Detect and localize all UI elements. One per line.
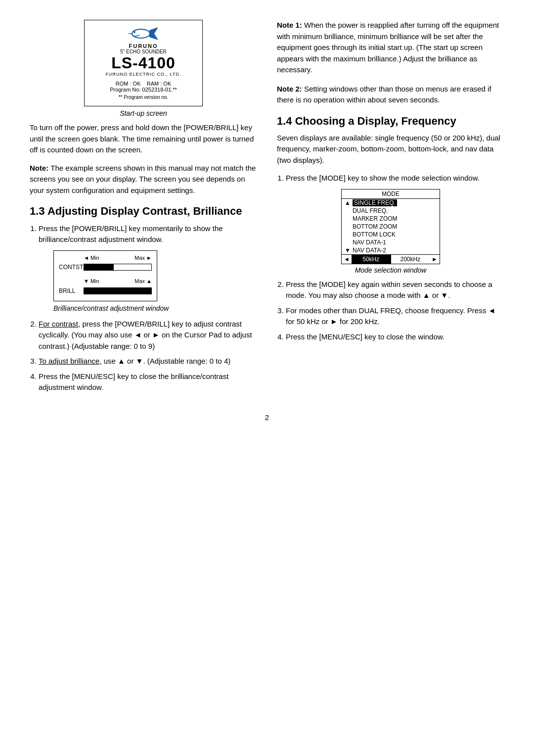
svg-point-0: [132, 29, 150, 38]
mode-arrow-down-icon: ▼: [345, 247, 351, 254]
note-1-label: Note 1:: [277, 21, 302, 29]
step-1-4-2: Press the [MODE] key again within seven …: [286, 279, 504, 301]
svg-point-2: [134, 31, 135, 33]
brill-bar-fill: [84, 288, 151, 294]
fish-logo-icon: [129, 26, 158, 41]
section-1-4-steps-2: Press the [MODE] key again within seven …: [286, 279, 504, 343]
right-column: Note 1: When the power is reapplied afte…: [277, 20, 504, 398]
program-note: ** Program version no.: [92, 94, 194, 100]
page-number: 2: [30, 413, 504, 422]
brill-row: BRILL: [59, 286, 152, 295]
contst-label: CONTST: [59, 263, 84, 272]
note-2-block: Note 2: Setting windows other than those…: [277, 84, 504, 106]
mode-item-dual-freq-label: DUAL FREQ.: [353, 207, 388, 214]
step-1-4-3: For modes other than DUAL FREQ, choose f…: [286, 305, 504, 328]
adj-footer-bot: ▼ Min Max ▲: [59, 277, 152, 285]
mode-freq-50khz: 50kHz: [352, 255, 391, 264]
svg-marker-1: [149, 27, 158, 40]
note-2-text: Setting windows other than those on menu…: [277, 85, 491, 104]
for-contrast-label: For contrast,: [39, 320, 80, 328]
section-1-4-heading: 1.4 Choosing a Display, Frequency: [277, 115, 504, 128]
mode-item-nav-data-2: ▼ NAV DATA-2: [342, 246, 440, 254]
mode-item-single-freq: ▲ SINGLE FREQ.: [342, 199, 440, 207]
mode-item-single-freq-label: SINGLE FREQ.: [353, 199, 397, 206]
rom-ram-status: ROM : OK RAM : OK: [92, 81, 194, 87]
brill-bar-outer: [84, 287, 152, 294]
to-adjust-brilliance-label: To adjust brilliance,: [39, 357, 102, 365]
company-name: FURUNO ELECTRIC CO., LTD.: [92, 72, 194, 77]
contst-bar-fill: [84, 264, 114, 270]
step-1-3-2: For contrast, press the [POWER/BRILL] ke…: [39, 319, 257, 352]
rom-status: ROM : OK: [116, 81, 141, 87]
adj-window-caption: Brilliance/contrast adjustment window: [39, 303, 257, 314]
adj-header-top: ◄ Min Max ►: [59, 254, 152, 262]
mode-freq-right-arrow-icon: ►: [430, 255, 440, 264]
brand-name: FURUNO: [92, 43, 194, 49]
step-1-3-1: Press the [POWER/BRILL] key momentarily …: [39, 223, 257, 314]
startup-body-text: To turn off the power, press and hold do…: [30, 122, 257, 156]
startup-screen-diagram: FURUNO 5" ECHO SOUNDER LS-4100 FURUNO EL…: [84, 20, 203, 106]
mode-arrow-up-icon: ▲: [345, 199, 351, 206]
mode-item-nav-data-1: ▲ NAV DATA-1: [342, 238, 440, 246]
mode-item-bottom-lock: ▲ BOTTOM LOCK: [342, 231, 440, 238]
mode-freq-left-arrow-icon: ◄: [342, 255, 352, 264]
mode-freq-200khz: 200kHz: [391, 255, 430, 264]
mode-window-caption: Mode selection window: [277, 266, 504, 274]
section-1-4-steps: Press the [MODE] key to show the mode se…: [286, 173, 504, 184]
section-1-3-heading: 1.3 Adjusting Display Contrast, Brillian…: [30, 205, 257, 218]
contst-bar: [84, 264, 152, 271]
ram-status: RAM : OK: [147, 81, 172, 87]
mode-item-dual-freq: ▲ DUAL FREQ.: [342, 207, 440, 215]
step-1-4-1: Press the [MODE] key to show the mode se…: [286, 173, 504, 184]
startup-caption: Start-up screen: [30, 109, 257, 117]
min-label-bot: ▼ Min: [84, 277, 99, 285]
mode-item-bottom-lock-label: BOTTOM LOCK: [353, 231, 396, 238]
step-1-3-4: Press the [MENU/ESC] key to close the br…: [39, 371, 257, 393]
adjustment-window-diagram: ◄ Min Max ► CONTST ▼ Min: [53, 250, 157, 301]
brill-bar: [84, 287, 152, 294]
section-1-4-intro: Seven displays are available: single fre…: [277, 133, 504, 166]
step-1-4-4: Press the [MENU/ESC] key to close the wi…: [286, 331, 504, 343]
mode-freq-row: ◄ 50kHz 200kHz ►: [342, 254, 440, 264]
section-1-3-steps: Press the [POWER/BRILL] key momentarily …: [39, 223, 257, 393]
note-screens-text: Note: The example screens shown in this …: [30, 163, 257, 196]
note-2-label: Note 2:: [277, 85, 302, 93]
step-1-3-3: To adjust brilliance, use ▲ or ▼. (Adjus…: [39, 356, 257, 367]
step-1-3-3-text: use ▲ or ▼. (Adjustable range: 0 to 4): [104, 357, 231, 365]
mode-item-marker-zoom-label: MARKER ZOOM: [353, 215, 398, 222]
left-column: FURUNO 5" ECHO SOUNDER LS-4100 FURUNO EL…: [30, 20, 257, 398]
mode-item-marker-zoom: ▲ MARKER ZOOM: [342, 215, 440, 223]
mode-item-nav-data-2-label: NAV DATA-2: [353, 247, 386, 254]
brill-label: BRILL: [59, 286, 84, 295]
min-label-top: ◄ Min: [84, 254, 99, 262]
max-label-bot: Max ▲: [134, 277, 152, 285]
mode-item-bottom-zoom-label: BOTTOM ZOOM: [353, 223, 397, 230]
note-screens-body: The example screens shown in this manual…: [30, 164, 256, 194]
mode-item-bottom-zoom: ▲ BOTTOM ZOOM: [342, 223, 440, 231]
max-label-top: Max ►: [134, 254, 152, 262]
program-number: Program No: 0252318-01.**: [92, 87, 194, 93]
contst-row: CONTST: [59, 263, 152, 272]
mode-item-nav-data-1-label: NAV DATA-1: [353, 239, 386, 246]
mode-window-title: MODE: [342, 189, 440, 199]
note-1-block: Note 1: When the power is reapplied afte…: [277, 20, 504, 76]
model-number: LS-4100: [92, 54, 194, 72]
note-1-text: When the power is reapplied after turnin…: [277, 21, 499, 74]
note-screens-label: Note:: [30, 164, 48, 172]
contst-bar-outer: [84, 264, 152, 271]
mode-selection-window: MODE ▲ SINGLE FREQ. ▲ DUAL FREQ. ▲ MARKE…: [341, 189, 440, 264]
